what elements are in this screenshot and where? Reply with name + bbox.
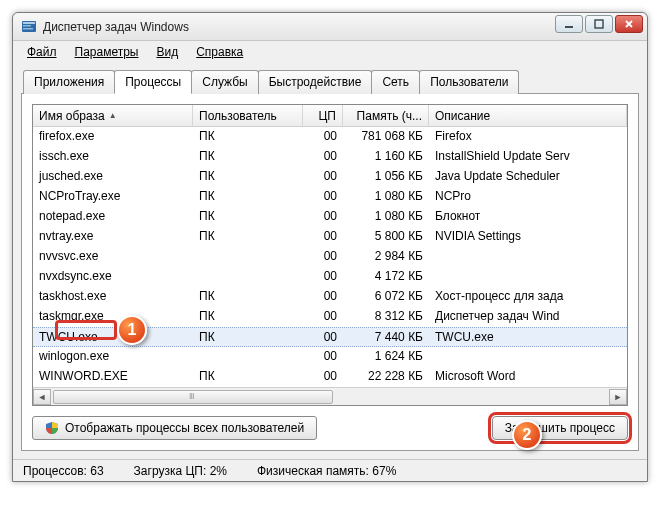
cell-description <box>429 267 627 287</box>
scroll-left-icon[interactable]: ◄ <box>33 389 51 405</box>
cell-memory: 1 160 КБ <box>343 147 429 167</box>
cell-memory: 22 228 КБ <box>343 367 429 387</box>
cell-cpu: 00 <box>303 247 343 267</box>
tab-applications[interactable]: Приложения <box>23 70 115 94</box>
window-title: Диспетчер задач Windows <box>43 20 189 34</box>
task-manager-window: Диспетчер задач Windows Файл Параметры В… <box>12 12 648 482</box>
cell-cpu: 00 <box>303 227 343 247</box>
menubar: Файл Параметры Вид Справка <box>13 41 647 63</box>
minimize-button[interactable] <box>555 15 583 33</box>
svg-rect-5 <box>595 20 603 28</box>
cell-description: InstallShield Update Serv <box>429 147 627 167</box>
cell-cpu: 00 <box>303 207 343 227</box>
table-row[interactable]: firefox.exeПК00781 068 КБFirefox <box>33 127 627 147</box>
table-row[interactable]: issch.exeПК001 160 КБInstallShield Updat… <box>33 147 627 167</box>
cell-description: Хост-процесс для зада <box>429 287 627 307</box>
table-row[interactable]: WINWORD.EXEПК0022 228 КБMicrosoft Word <box>33 367 627 387</box>
tab-network[interactable]: Сеть <box>371 70 420 94</box>
scroll-thumb[interactable]: Ⅲ <box>53 390 333 404</box>
cell-cpu: 00 <box>303 307 343 327</box>
menu-file[interactable]: Файл <box>19 43 65 61</box>
svg-rect-1 <box>23 22 35 24</box>
cell-memory: 7 440 КБ <box>343 328 429 346</box>
cell-cpu: 00 <box>303 147 343 167</box>
tab-users[interactable]: Пользователи <box>419 70 519 94</box>
maximize-button[interactable] <box>585 15 613 33</box>
cell-image: firefox.exe <box>33 127 193 147</box>
cell-description: Java Update Scheduler <box>429 167 627 187</box>
menu-options[interactable]: Параметры <box>67 43 147 61</box>
cell-memory: 1 056 КБ <box>343 167 429 187</box>
show-all-users-button[interactable]: Отображать процессы всех пользователей <box>32 416 317 440</box>
svg-rect-4 <box>565 26 573 28</box>
col-description[interactable]: Описание <box>429 105 627 126</box>
tabstrip: Приложения Процессы Службы Быстродействи… <box>13 63 647 93</box>
table-body: firefox.exeПК00781 068 КБFirefoxissch.ex… <box>33 127 627 387</box>
cell-user: ПК <box>193 127 303 147</box>
cell-memory: 4 172 КБ <box>343 267 429 287</box>
table-row[interactable]: NCProTray.exeПК001 080 КБNCPro <box>33 187 627 207</box>
cell-cpu: 00 <box>303 267 343 287</box>
table-row[interactable]: winlogon.exe001 624 КБ <box>33 347 627 367</box>
cell-image: nvvsvc.exe <box>33 247 193 267</box>
cell-memory: 5 800 КБ <box>343 227 429 247</box>
sort-asc-icon: ▲ <box>109 111 117 120</box>
table-row[interactable]: nvvsvc.exe002 984 КБ <box>33 247 627 267</box>
status-cpu-load: Загрузка ЦП: 2% <box>134 464 227 478</box>
cell-image: notepad.exe <box>33 207 193 227</box>
cell-description <box>429 247 627 267</box>
cell-cpu: 00 <box>303 287 343 307</box>
callout-badge-1: 1 <box>117 315 147 345</box>
col-cpu[interactable]: ЦП <box>303 105 343 126</box>
tab-services[interactable]: Службы <box>191 70 258 94</box>
cell-user: ПК <box>193 167 303 187</box>
processes-panel: Имя образа▲ Пользователь ЦП Память (ч...… <box>21 93 639 451</box>
uac-shield-icon <box>45 421 59 435</box>
svg-rect-2 <box>23 25 31 27</box>
callout-badge-2: 2 <box>512 420 542 450</box>
table-row[interactable]: nvtray.exeПК005 800 КБNVIDIA Settings <box>33 227 627 247</box>
cell-memory: 781 068 КБ <box>343 127 429 147</box>
cell-user: ПК <box>193 207 303 227</box>
close-button[interactable] <box>615 15 643 33</box>
cell-description: Firefox <box>429 127 627 147</box>
titlebar[interactable]: Диспетчер задач Windows <box>13 13 647 41</box>
cell-image: nvtray.exe <box>33 227 193 247</box>
cell-image: jusched.exe <box>33 167 193 187</box>
col-image-name-label: Имя образа <box>39 109 105 123</box>
table-row[interactable]: nvxdsync.exe004 172 КБ <box>33 267 627 287</box>
col-user[interactable]: Пользователь <box>193 105 303 126</box>
cell-image: NCProTray.exe <box>33 187 193 207</box>
callout-highlight-row <box>55 320 117 340</box>
table-row[interactable]: taskhost.exeПК006 072 КБХост-процесс для… <box>33 287 627 307</box>
cell-user <box>193 267 303 287</box>
table-row[interactable]: notepad.exeПК001 080 КББлокнот <box>33 207 627 227</box>
cell-memory: 1 624 КБ <box>343 347 429 367</box>
cell-user: ПК <box>193 328 303 346</box>
show-all-users-label: Отображать процессы всех пользователей <box>65 421 304 435</box>
cell-user <box>193 247 303 267</box>
tab-performance[interactable]: Быстродействие <box>258 70 373 94</box>
horizontal-scrollbar[interactable]: ◄ Ⅲ ► <box>33 387 627 405</box>
cell-memory: 1 080 КБ <box>343 187 429 207</box>
app-icon <box>21 19 37 35</box>
scroll-right-icon[interactable]: ► <box>609 389 627 405</box>
cell-cpu: 00 <box>303 127 343 147</box>
menu-view[interactable]: Вид <box>148 43 186 61</box>
cell-description: Microsoft Word <box>429 367 627 387</box>
cell-description: TWCU.exe <box>429 328 627 346</box>
col-image-name[interactable]: Имя образа▲ <box>33 105 193 126</box>
table-row[interactable]: jusched.exeПК001 056 КБJava Update Sched… <box>33 167 627 187</box>
menu-help[interactable]: Справка <box>188 43 251 61</box>
tab-processes[interactable]: Процессы <box>114 70 192 94</box>
cell-description: Блокнот <box>429 207 627 227</box>
cell-image: nvxdsync.exe <box>33 267 193 287</box>
process-table: Имя образа▲ Пользователь ЦП Память (ч...… <box>32 104 628 406</box>
cell-description: NCPro <box>429 187 627 207</box>
cell-user <box>193 347 303 367</box>
col-memory[interactable]: Память (ч... <box>343 105 429 126</box>
cell-memory: 2 984 КБ <box>343 247 429 267</box>
cell-cpu: 00 <box>303 347 343 367</box>
status-process-count: Процессов: 63 <box>23 464 104 478</box>
cell-memory: 1 080 КБ <box>343 207 429 227</box>
